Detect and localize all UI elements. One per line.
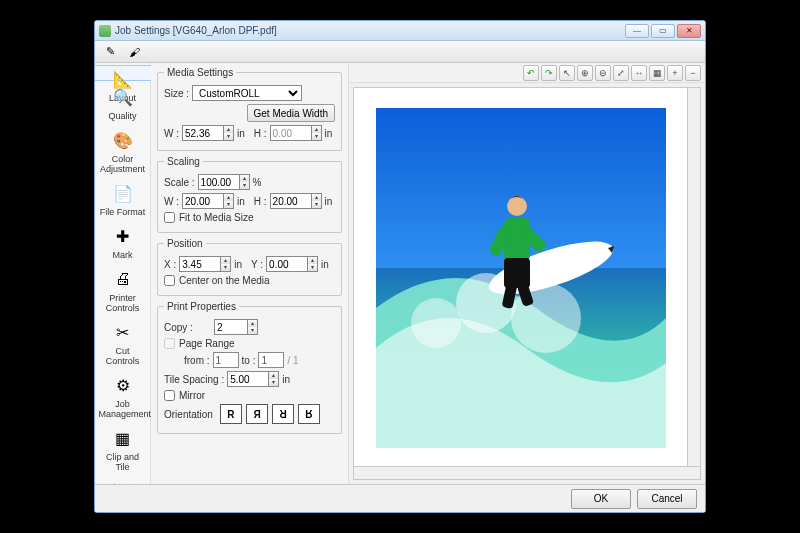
minus-icon[interactable]: −	[685, 65, 701, 81]
pos-y-input[interactable]	[266, 256, 308, 272]
titlebar: Job Settings [VG640_Arlon DPF.pdf] — ▭ ✕	[95, 21, 705, 41]
sidebar-item-jobmgmt[interactable]: ⚙Job Management	[98, 369, 148, 422]
cancel-button[interactable]: Cancel	[637, 489, 697, 509]
sidebar-item-fileformat[interactable]: 📄File Format	[98, 177, 148, 220]
pos-x-input[interactable]	[179, 256, 221, 272]
sidebar-item-quality[interactable]: 🔍Quality	[98, 81, 148, 124]
zoom-in-icon[interactable]: ⊕	[577, 65, 593, 81]
orient-0-button[interactable]: R	[220, 404, 242, 424]
media-size-select[interactable]: CustomROLL	[192, 85, 302, 101]
job-settings-window: Job Settings [VG640_Arlon DPF.pdf] — ▭ ✕…	[94, 20, 706, 513]
scaling-group: Scaling Scale : ▴▾ % W : ▴▾ in H : ▴▾ in…	[157, 156, 342, 233]
preview-toolbar: ↶ ↷ ↖ ⊕ ⊖ ⤢ ↔ ▦ + −	[349, 63, 705, 83]
palette-icon[interactable]: 🖌	[123, 44, 145, 60]
copy-input[interactable]	[214, 319, 248, 335]
svg-rect-7	[504, 258, 530, 288]
page-range-checkbox	[164, 338, 175, 349]
fit-media-checkbox[interactable]	[164, 212, 175, 223]
zoom-fit-icon[interactable]: ⤢	[613, 65, 629, 81]
sidebar-item-variable[interactable]: 📊Variable Data	[98, 475, 148, 484]
svg-point-8	[507, 196, 527, 216]
settings-panel: Media Settings Size : CustomROLL Get Med…	[151, 63, 349, 484]
grid-icon[interactable]: ▦	[649, 65, 665, 81]
spin-up-icon[interactable]: ▴	[224, 126, 233, 133]
orient-270-button[interactable]: R	[298, 404, 320, 424]
pointer-icon[interactable]: ↖	[559, 65, 575, 81]
plus-icon[interactable]: +	[667, 65, 683, 81]
window-title: Job Settings [VG640_Arlon DPF.pdf]	[115, 25, 625, 36]
redo-icon[interactable]: ↷	[541, 65, 557, 81]
page-from-input	[213, 352, 239, 368]
sidebar-item-printer[interactable]: 🖨Printer Controls	[98, 263, 148, 316]
spin-down-icon[interactable]: ▾	[224, 133, 233, 140]
maximize-button[interactable]: ▭	[651, 24, 675, 38]
position-group: Position X : ▴▾ in Y : ▴▾ in Center on t…	[157, 238, 342, 296]
scale-width-input[interactable]	[182, 193, 224, 209]
minimize-button[interactable]: —	[625, 24, 649, 38]
page-width-icon[interactable]: ↔	[631, 65, 647, 81]
scale-height-input[interactable]	[270, 193, 312, 209]
main-toolbar: ✎ 🖌	[95, 41, 705, 63]
sidebar-item-cut[interactable]: ✂Cut Controls	[98, 316, 148, 369]
pencil-icon[interactable]: ✎	[99, 44, 121, 60]
close-button[interactable]: ✕	[677, 24, 701, 38]
ok-button[interactable]: OK	[571, 489, 631, 509]
mirror-checkbox[interactable]	[164, 390, 175, 401]
get-media-width-button[interactable]: Get Media Width	[247, 104, 335, 122]
svg-point-4	[411, 298, 461, 348]
dialog-buttons: OK Cancel	[95, 484, 705, 512]
app-icon	[99, 25, 111, 37]
media-width-input[interactable]	[182, 125, 224, 141]
preview-image	[376, 108, 666, 448]
sidebar-item-cliptile[interactable]: ▦Clip and Tile	[98, 422, 148, 475]
sidebar-item-mark[interactable]: ✚Mark	[98, 220, 148, 263]
preview-pane: ↶ ↷ ↖ ⊕ ⊖ ⤢ ↔ ▦ + −	[349, 63, 705, 484]
sidebar-item-color[interactable]: 🎨Color Adjustment	[98, 124, 148, 177]
media-height-input	[270, 125, 312, 141]
center-media-checkbox[interactable]	[164, 275, 175, 286]
preview-canvas[interactable]	[353, 87, 701, 480]
orient-90-button[interactable]: R	[246, 404, 268, 424]
scale-input[interactable]	[198, 174, 240, 190]
page-to-input	[258, 352, 284, 368]
undo-icon[interactable]: ↶	[523, 65, 539, 81]
media-settings-group: Media Settings Size : CustomROLL Get Med…	[157, 67, 342, 151]
orient-180-button[interactable]: R	[272, 404, 294, 424]
sidebar: 📐Layout 🔍Quality 🎨Color Adjustment 📄File…	[95, 63, 151, 484]
zoom-out-icon[interactable]: ⊖	[595, 65, 611, 81]
print-properties-group: Print Properties Copy : ▴▾ Page Range fr…	[157, 301, 342, 434]
tile-spacing-input[interactable]	[227, 371, 269, 387]
